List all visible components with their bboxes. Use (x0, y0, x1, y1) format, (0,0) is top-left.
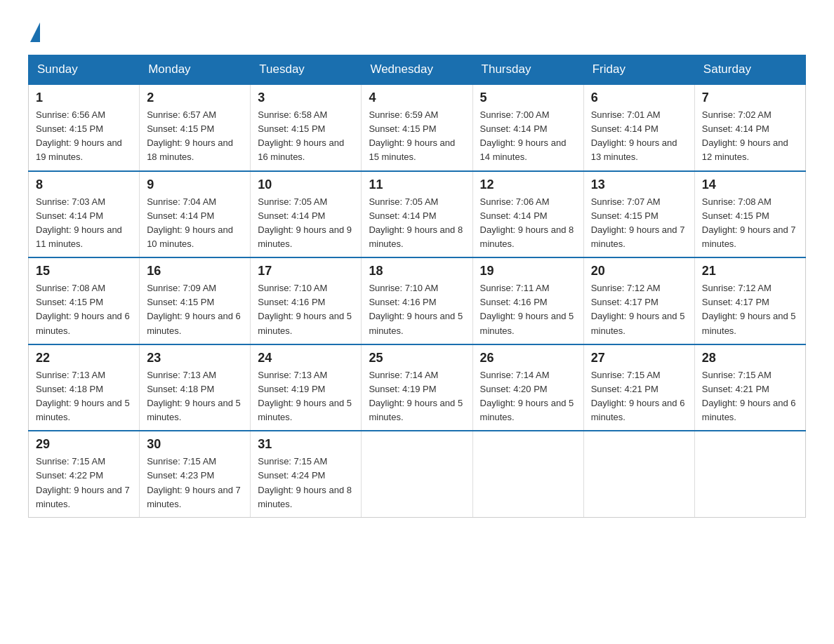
sunset-label: Sunset: 4:15 PM (702, 210, 769, 221)
daylight-label: Daylight: 9 hours and 10 minutes. (147, 224, 233, 249)
sunrise-label: Sunrise: 7:13 AM (258, 370, 327, 380)
calendar-header-tuesday: Tuesday (251, 55, 362, 85)
sunset-label: Sunset: 4:16 PM (258, 297, 325, 307)
day-number: 31 (258, 437, 354, 452)
day-info: Sunrise: 7:08 AM Sunset: 4:15 PM Dayligh… (36, 281, 132, 338)
day-number: 13 (591, 177, 687, 192)
day-info: Sunrise: 6:59 AM Sunset: 4:15 PM Dayligh… (369, 108, 465, 165)
day-number: 25 (369, 351, 465, 365)
day-number: 24 (258, 351, 354, 365)
calendar-week-row: 15 Sunrise: 7:08 AM Sunset: 4:15 PM Dayl… (29, 257, 806, 344)
sunrise-label: Sunrise: 7:15 AM (36, 456, 105, 467)
daylight-label: Daylight: 9 hours and 5 minutes. (369, 398, 463, 422)
calendar-table: SundayMondayTuesdayWednesdayThursdayFrid… (28, 55, 806, 518)
sunrise-label: Sunrise: 6:59 AM (369, 109, 438, 120)
day-info: Sunrise: 7:12 AM Sunset: 4:17 PM Dayligh… (591, 281, 687, 338)
day-number: 20 (591, 264, 687, 279)
calendar-cell: 21 Sunrise: 7:12 AM Sunset: 4:17 PM Dayl… (694, 257, 805, 344)
calendar-cell: 9 Sunrise: 7:04 AM Sunset: 4:14 PM Dayli… (140, 171, 251, 258)
day-info: Sunrise: 7:14 AM Sunset: 4:20 PM Dayligh… (480, 368, 576, 425)
day-number: 3 (258, 90, 354, 105)
day-info: Sunrise: 7:13 AM Sunset: 4:19 PM Dayligh… (258, 368, 354, 425)
day-info: Sunrise: 7:15 AM Sunset: 4:24 PM Dayligh… (258, 455, 354, 511)
calendar-cell: 30 Sunrise: 7:15 AM Sunset: 4:23 PM Dayl… (140, 431, 251, 517)
day-number: 21 (702, 264, 798, 279)
day-info: Sunrise: 7:14 AM Sunset: 4:19 PM Dayligh… (369, 368, 465, 425)
day-info: Sunrise: 7:15 AM Sunset: 4:21 PM Dayligh… (702, 368, 798, 425)
sunrise-label: Sunrise: 7:12 AM (702, 283, 772, 293)
day-number: 14 (702, 177, 798, 192)
calendar-header-thursday: Thursday (472, 55, 583, 85)
sunset-label: Sunset: 4:15 PM (147, 297, 214, 307)
sunrise-label: Sunrise: 7:09 AM (147, 283, 216, 293)
daylight-label: Daylight: 9 hours and 5 minutes. (36, 398, 130, 422)
day-number: 8 (36, 177, 132, 192)
logo (28, 21, 40, 42)
calendar-cell: 3 Sunrise: 6:58 AM Sunset: 4:15 PM Dayli… (251, 84, 362, 171)
calendar-cell: 19 Sunrise: 7:11 AM Sunset: 4:16 PM Dayl… (472, 257, 583, 344)
day-number: 16 (147, 264, 243, 279)
day-number: 17 (258, 264, 354, 279)
sunrise-label: Sunrise: 7:10 AM (258, 283, 327, 293)
sunset-label: Sunset: 4:14 PM (258, 210, 325, 221)
day-info: Sunrise: 7:02 AM Sunset: 4:14 PM Dayligh… (702, 108, 798, 165)
day-info: Sunrise: 7:03 AM Sunset: 4:14 PM Dayligh… (36, 195, 132, 252)
day-number: 26 (480, 351, 576, 365)
sunset-label: Sunset: 4:17 PM (702, 297, 769, 307)
calendar-cell: 31 Sunrise: 7:15 AM Sunset: 4:24 PM Dayl… (251, 431, 362, 517)
sunrise-label: Sunrise: 7:02 AM (702, 109, 772, 120)
calendar-week-row: 1 Sunrise: 6:56 AM Sunset: 4:15 PM Dayli… (29, 84, 806, 171)
day-number: 7 (702, 90, 798, 105)
day-info: Sunrise: 7:04 AM Sunset: 4:14 PM Dayligh… (147, 195, 243, 252)
calendar-cell: 28 Sunrise: 7:15 AM Sunset: 4:21 PM Dayl… (694, 344, 805, 431)
daylight-label: Daylight: 9 hours and 7 minutes. (591, 224, 685, 249)
daylight-label: Daylight: 9 hours and 5 minutes. (702, 311, 796, 335)
calendar-cell (472, 431, 583, 517)
daylight-label: Daylight: 9 hours and 8 minutes. (369, 224, 463, 249)
sunset-label: Sunset: 4:15 PM (591, 210, 658, 221)
calendar-cell (583, 431, 694, 517)
calendar-cell: 15 Sunrise: 7:08 AM Sunset: 4:15 PM Dayl… (29, 257, 140, 344)
calendar-cell: 20 Sunrise: 7:12 AM Sunset: 4:17 PM Dayl… (583, 257, 694, 344)
sunset-label: Sunset: 4:14 PM (147, 210, 214, 221)
sunrise-label: Sunrise: 7:13 AM (147, 370, 216, 380)
day-number: 1 (36, 90, 132, 105)
calendar-cell: 27 Sunrise: 7:15 AM Sunset: 4:21 PM Dayl… (583, 344, 694, 431)
day-info: Sunrise: 7:01 AM Sunset: 4:14 PM Dayligh… (591, 108, 687, 165)
day-info: Sunrise: 7:15 AM Sunset: 4:23 PM Dayligh… (147, 455, 243, 511)
daylight-label: Daylight: 9 hours and 5 minutes. (591, 311, 685, 335)
sunset-label: Sunset: 4:14 PM (702, 123, 769, 134)
sunset-label: Sunset: 4:16 PM (480, 297, 548, 307)
sunset-label: Sunset: 4:14 PM (591, 123, 658, 134)
day-number: 23 (147, 351, 243, 365)
daylight-label: Daylight: 9 hours and 7 minutes. (147, 485, 241, 509)
sunrise-label: Sunrise: 7:05 AM (258, 196, 327, 207)
sunrise-label: Sunrise: 7:08 AM (36, 283, 105, 293)
sunset-label: Sunset: 4:16 PM (369, 297, 436, 307)
sunset-label: Sunset: 4:20 PM (480, 384, 548, 394)
day-info: Sunrise: 7:13 AM Sunset: 4:18 PM Dayligh… (147, 368, 243, 425)
calendar-header-wednesday: Wednesday (362, 55, 472, 85)
day-number: 22 (36, 351, 132, 365)
day-info: Sunrise: 7:06 AM Sunset: 4:14 PM Dayligh… (480, 195, 576, 252)
daylight-label: Daylight: 9 hours and 5 minutes. (258, 398, 352, 422)
day-number: 30 (147, 437, 243, 452)
daylight-label: Daylight: 9 hours and 9 minutes. (258, 224, 352, 249)
calendar-week-row: 8 Sunrise: 7:03 AM Sunset: 4:14 PM Dayli… (29, 171, 806, 258)
calendar-cell: 25 Sunrise: 7:14 AM Sunset: 4:19 PM Dayl… (362, 344, 472, 431)
day-number: 2 (147, 90, 243, 105)
calendar-cell: 4 Sunrise: 6:59 AM Sunset: 4:15 PM Dayli… (362, 84, 472, 171)
sunset-label: Sunset: 4:17 PM (591, 297, 658, 307)
calendar-header-row: SundayMondayTuesdayWednesdayThursdayFrid… (29, 55, 806, 85)
day-info: Sunrise: 7:08 AM Sunset: 4:15 PM Dayligh… (702, 195, 798, 252)
daylight-label: Daylight: 9 hours and 6 minutes. (702, 398, 796, 422)
sunrise-label: Sunrise: 7:12 AM (591, 283, 661, 293)
calendar-cell (694, 431, 805, 517)
daylight-label: Daylight: 9 hours and 5 minutes. (480, 398, 574, 422)
sunrise-label: Sunrise: 7:03 AM (36, 196, 105, 207)
sunrise-label: Sunrise: 7:07 AM (591, 196, 661, 207)
day-info: Sunrise: 7:07 AM Sunset: 4:15 PM Dayligh… (591, 195, 687, 252)
daylight-label: Daylight: 9 hours and 14 minutes. (480, 137, 567, 162)
day-info: Sunrise: 6:56 AM Sunset: 4:15 PM Dayligh… (36, 108, 132, 165)
daylight-label: Daylight: 9 hours and 18 minutes. (147, 137, 233, 162)
